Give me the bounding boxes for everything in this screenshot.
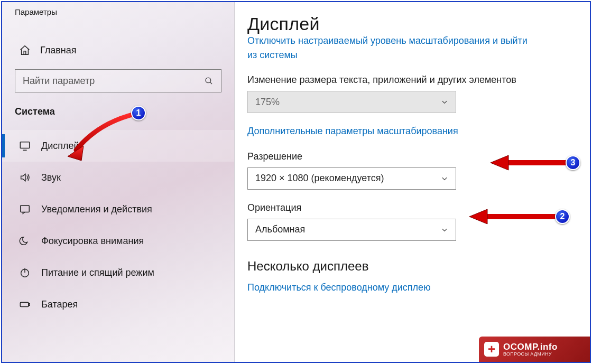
sidebar-home[interactable]: Главная xyxy=(2,34,234,66)
sidebar-nav: Дисплей Звук Уведомления и действия Фоку… xyxy=(2,130,234,320)
plus-icon: + xyxy=(484,342,499,357)
app-title: Параметры xyxy=(2,2,234,16)
search-icon xyxy=(204,76,214,86)
link-text-bottom: из системы xyxy=(247,50,298,60)
advanced-scaling-link[interactable]: Дополнительные параметры масштабирования xyxy=(247,125,458,138)
svg-line-1 xyxy=(210,82,212,84)
sidebar-item-focus[interactable]: Фокусировка внимания xyxy=(2,225,234,257)
svg-rect-7 xyxy=(20,302,29,306)
sidebar: Параметры Главная Система Дисплей xyxy=(2,2,235,362)
sidebar-item-display[interactable]: Дисплей xyxy=(2,130,234,162)
sidebar-item-label: Звук xyxy=(41,172,61,183)
sidebar-item-sound[interactable]: Звук xyxy=(2,162,234,193)
svg-rect-4 xyxy=(21,206,30,212)
sidebar-item-label: Батарея xyxy=(41,299,78,310)
monitor-icon xyxy=(19,140,31,152)
search-box[interactable] xyxy=(15,69,221,92)
notifications-icon xyxy=(19,203,31,215)
sidebar-item-power[interactable]: Питание и спящий режим xyxy=(2,257,234,288)
link-text-top: Отключить настраиваемый уровень масштаби… xyxy=(247,34,528,48)
power-icon xyxy=(19,267,31,278)
sidebar-item-label: Дисплей xyxy=(41,141,79,152)
sidebar-section-title: Система xyxy=(2,92,234,120)
main-content: Дисплей Отключить настраиваемый уровень … xyxy=(235,2,590,362)
svg-rect-8 xyxy=(29,304,30,306)
orientation-label: Ориентация xyxy=(247,202,569,213)
wireless-display-link[interactable]: Подключиться к беспроводному дисплею xyxy=(247,281,431,294)
page-title: Дисплей xyxy=(247,14,569,34)
chevron-down-icon xyxy=(441,98,448,106)
home-icon xyxy=(19,44,31,56)
sidebar-item-label: Уведомления и действия xyxy=(41,204,152,215)
settings-window: Параметры Главная Система Дисплей xyxy=(1,1,591,363)
sidebar-item-battery[interactable]: Батарея xyxy=(2,288,234,320)
chevron-down-icon xyxy=(441,226,448,234)
scale-combobox[interactable]: 175% xyxy=(247,91,456,113)
disable-custom-scaling-link[interactable]: Отключить настраиваемый уровень масштаби… xyxy=(247,35,569,62)
orientation-value: Альбомная xyxy=(255,224,305,235)
resolution-label: Разрешение xyxy=(247,151,569,162)
svg-point-0 xyxy=(206,78,211,83)
moon-icon xyxy=(19,235,31,247)
orientation-combobox[interactable]: Альбомная xyxy=(247,219,456,241)
resolution-value: 1920 × 1080 (рекомендуется) xyxy=(255,173,384,184)
multiple-displays-heading: Несколько дисплеев xyxy=(247,259,569,274)
sidebar-home-label: Главная xyxy=(40,45,77,56)
scale-value: 175% xyxy=(255,97,280,108)
watermark-sub: вопросы админу xyxy=(503,351,558,357)
battery-icon xyxy=(19,298,31,310)
sidebar-item-label: Фокусировка внимания xyxy=(41,236,144,247)
watermark-main: OCOMP.info xyxy=(503,342,558,351)
watermark: + OCOMP.info вопросы админу xyxy=(479,337,590,362)
search-input[interactable] xyxy=(23,76,204,87)
scale-label: Изменение размера текста, приложений и д… xyxy=(247,74,569,86)
sound-icon xyxy=(19,172,31,183)
resolution-combobox[interactable]: 1920 × 1080 (рекомендуется) xyxy=(247,167,456,190)
sidebar-item-label: Питание и спящий режим xyxy=(41,267,154,278)
svg-rect-2 xyxy=(20,142,29,148)
chevron-down-icon xyxy=(441,175,448,182)
sidebar-item-notifications[interactable]: Уведомления и действия xyxy=(2,193,234,225)
